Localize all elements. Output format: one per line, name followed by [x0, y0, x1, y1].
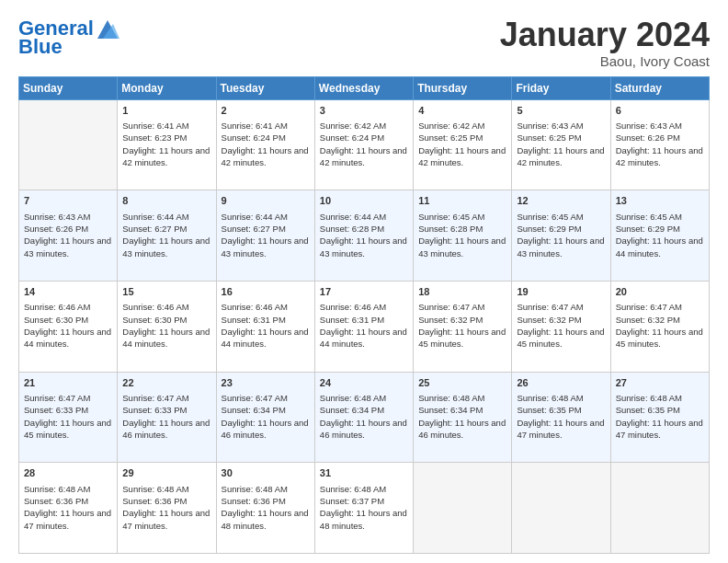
location-subtitle: Baou, Ivory Coast: [500, 53, 710, 69]
sunset-text: Sunset: 6:36 PM: [24, 495, 112, 507]
sunrise-text: Sunrise: 6:45 AM: [517, 211, 605, 223]
daylight-text: Daylight: 11 hours and 44 minutes.: [24, 326, 112, 350]
daylight-text: Daylight: 11 hours and 44 minutes.: [222, 326, 310, 350]
day-number: 1: [122, 104, 210, 118]
sunrise-text: Sunrise: 6:48 AM: [616, 392, 704, 404]
day-header-tuesday: Tuesday: [216, 76, 314, 99]
sunset-text: Sunset: 6:25 PM: [418, 132, 506, 144]
week-row-4: 21Sunrise: 6:47 AMSunset: 6:33 PMDayligh…: [19, 372, 710, 463]
daylight-text: Daylight: 11 hours and 43 minutes.: [418, 235, 506, 259]
calendar-cell: 14Sunrise: 6:46 AMSunset: 6:30 PMDayligh…: [19, 281, 118, 372]
day-number: 25: [418, 376, 506, 390]
sunrise-text: Sunrise: 6:46 AM: [222, 301, 310, 313]
calendar-cell: 13Sunrise: 6:45 AMSunset: 6:29 PMDayligh…: [610, 190, 709, 282]
calendar-cell: 12Sunrise: 6:45 AMSunset: 6:29 PMDayligh…: [512, 190, 610, 282]
sunrise-text: Sunrise: 6:47 AM: [222, 392, 310, 404]
day-number: 15: [122, 285, 210, 299]
calendar-cell: 10Sunrise: 6:44 AMSunset: 6:28 PMDayligh…: [314, 190, 413, 282]
day-number: 3: [320, 104, 408, 118]
day-number: 6: [616, 104, 704, 118]
week-row-1: 1Sunrise: 6:41 AMSunset: 6:23 PMDaylight…: [19, 99, 710, 190]
calendar-cell: [610, 463, 709, 554]
daylight-text: Daylight: 11 hours and 45 minutes.: [517, 326, 605, 350]
title-block: January 2024 Baou, Ivory Coast: [500, 17, 710, 69]
sunset-text: Sunset: 6:23 PM: [122, 132, 210, 144]
day-number: 11: [418, 194, 506, 208]
day-number: 8: [122, 194, 210, 208]
day-number: 30: [222, 466, 310, 480]
logo: General Blue: [18, 17, 119, 57]
sunrise-text: Sunrise: 6:43 AM: [517, 120, 605, 132]
daylight-text: Daylight: 11 hours and 46 minutes.: [122, 417, 210, 442]
sunrise-text: Sunrise: 6:43 AM: [24, 211, 112, 223]
sunrise-text: Sunrise: 6:47 AM: [418, 301, 506, 313]
sunrise-text: Sunrise: 6:46 AM: [122, 301, 210, 313]
day-number: 9: [222, 194, 310, 208]
sunset-text: Sunset: 6:34 PM: [222, 404, 310, 416]
week-row-3: 14Sunrise: 6:46 AMSunset: 6:30 PMDayligh…: [19, 281, 710, 372]
day-number: 20: [616, 285, 704, 299]
sunrise-text: Sunrise: 6:48 AM: [122, 483, 210, 495]
sunset-text: Sunset: 6:35 PM: [616, 404, 704, 416]
day-number: 13: [616, 194, 704, 208]
calendar-cell: [19, 99, 118, 190]
daylight-text: Daylight: 11 hours and 42 minutes.: [616, 144, 704, 169]
day-header-monday: Monday: [118, 76, 216, 99]
daylight-text: Daylight: 11 hours and 43 minutes.: [222, 235, 310, 259]
week-row-5: 28Sunrise: 6:48 AMSunset: 6:36 PMDayligh…: [19, 463, 710, 554]
sunset-text: Sunset: 6:34 PM: [418, 404, 506, 416]
sunset-text: Sunset: 6:29 PM: [517, 223, 605, 235]
day-number: 2: [222, 104, 310, 118]
day-number: 5: [517, 104, 605, 118]
daylight-text: Daylight: 11 hours and 44 minutes.: [616, 235, 704, 259]
sunrise-text: Sunrise: 6:47 AM: [24, 392, 112, 404]
sunset-text: Sunset: 6:29 PM: [616, 223, 704, 235]
sunrise-text: Sunrise: 6:48 AM: [418, 392, 506, 404]
day-number: 23: [222, 376, 310, 390]
daylight-text: Daylight: 11 hours and 43 minutes.: [517, 235, 605, 259]
sunset-text: Sunset: 6:33 PM: [24, 404, 112, 416]
day-header-thursday: Thursday: [414, 76, 512, 99]
sunset-text: Sunset: 6:26 PM: [616, 132, 704, 144]
sunset-text: Sunset: 6:24 PM: [222, 132, 310, 144]
sunset-text: Sunset: 6:27 PM: [222, 223, 310, 235]
sunset-text: Sunset: 6:28 PM: [418, 223, 506, 235]
sunset-text: Sunset: 6:32 PM: [616, 314, 704, 326]
daylight-text: Daylight: 11 hours and 42 minutes.: [418, 144, 506, 169]
calendar-cell: 18Sunrise: 6:47 AMSunset: 6:32 PMDayligh…: [414, 281, 512, 372]
sunset-text: Sunset: 6:30 PM: [24, 314, 112, 326]
daylight-text: Daylight: 11 hours and 43 minutes.: [320, 235, 408, 259]
month-title: January 2024: [500, 17, 710, 53]
daylight-text: Daylight: 11 hours and 48 minutes.: [222, 507, 310, 532]
sunrise-text: Sunrise: 6:41 AM: [222, 120, 310, 132]
day-header-saturday: Saturday: [610, 76, 709, 99]
calendar-cell: 7Sunrise: 6:43 AMSunset: 6:26 PMDaylight…: [19, 190, 118, 282]
sunrise-text: Sunrise: 6:41 AM: [122, 120, 210, 132]
sunrise-text: Sunrise: 6:46 AM: [24, 301, 112, 313]
calendar-cell: 26Sunrise: 6:48 AMSunset: 6:35 PMDayligh…: [512, 372, 610, 463]
sunrise-text: Sunrise: 6:48 AM: [320, 483, 408, 495]
sunset-text: Sunset: 6:24 PM: [320, 132, 408, 144]
sunset-text: Sunset: 6:30 PM: [122, 314, 210, 326]
calendar-cell: 30Sunrise: 6:48 AMSunset: 6:36 PMDayligh…: [216, 463, 314, 554]
page: General Blue January 2024 Baou, Ivory Co…: [0, 0, 728, 563]
sunrise-text: Sunrise: 6:42 AM: [320, 120, 408, 132]
day-header-sunday: Sunday: [19, 76, 118, 99]
sunset-text: Sunset: 6:31 PM: [320, 314, 408, 326]
daylight-text: Daylight: 11 hours and 42 minutes.: [222, 144, 310, 169]
daylight-text: Daylight: 11 hours and 42 minutes.: [122, 144, 210, 169]
sunrise-text: Sunrise: 6:48 AM: [24, 483, 112, 495]
calendar-cell: 17Sunrise: 6:46 AMSunset: 6:31 PMDayligh…: [314, 281, 413, 372]
sunrise-text: Sunrise: 6:48 AM: [222, 483, 310, 495]
sunrise-text: Sunrise: 6:47 AM: [517, 301, 605, 313]
header: General Blue January 2024 Baou, Ivory Co…: [18, 17, 710, 69]
day-number: 21: [24, 376, 112, 390]
calendar-table: SundayMondayTuesdayWednesdayThursdayFrid…: [18, 76, 710, 554]
daylight-text: Daylight: 11 hours and 44 minutes.: [122, 326, 210, 350]
daylight-text: Daylight: 11 hours and 42 minutes.: [517, 144, 605, 169]
sunrise-text: Sunrise: 6:44 AM: [122, 211, 210, 223]
sunset-text: Sunset: 6:36 PM: [222, 495, 310, 507]
logo-icon: [96, 17, 119, 40]
sunset-text: Sunset: 6:34 PM: [320, 404, 408, 416]
sunrise-text: Sunrise: 6:45 AM: [418, 211, 506, 223]
